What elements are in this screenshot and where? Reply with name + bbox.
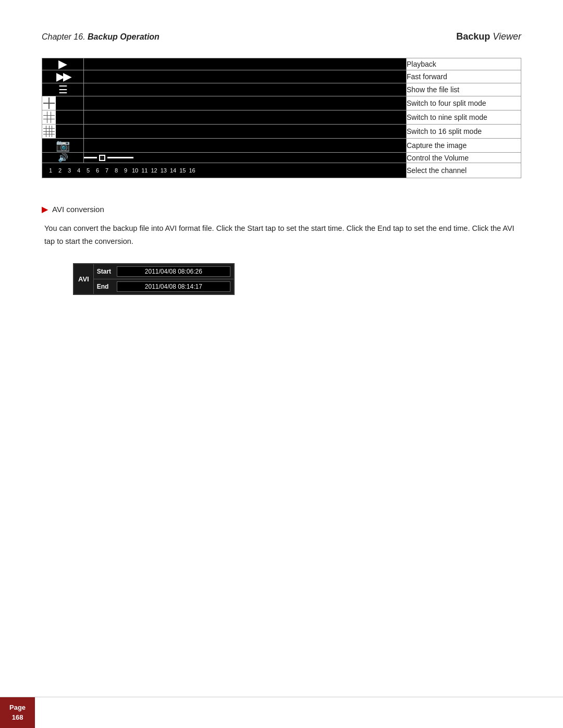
bullet-arrow-icon: ▶	[42, 204, 48, 214]
table-row: Switch to nine split mode	[42, 110, 521, 125]
channel-2: 2	[57, 167, 63, 174]
page-footer: Page 168	[0, 697, 563, 728]
channel-16: 16	[189, 167, 195, 174]
channel-9: 9	[123, 167, 129, 174]
section-title: Backup Viewer	[456, 31, 521, 42]
avi-time-box: AVI Start 2011/04/08 08:06:26 End 2011/0…	[73, 263, 235, 295]
avi-bullet-label: AVI conversion	[52, 205, 104, 214]
play-icon: ▶	[58, 57, 67, 70]
table-row: Switch to 16 split mode	[42, 125, 521, 139]
fastforward-icon: ▶▶	[56, 71, 70, 82]
label-playback: Playback	[407, 58, 521, 70]
table-row: Switch to four split mode	[42, 96, 521, 110]
start-label: Start	[97, 268, 117, 275]
channel-15: 15	[179, 167, 186, 174]
channel-8: 8	[113, 167, 119, 174]
avi-description: You can convert the backup file into AVI…	[42, 222, 521, 248]
avi-section: ▶ AVI conversion You can convert the bac…	[42, 204, 521, 295]
channel-10: 10	[132, 167, 138, 174]
avi-times: Start 2011/04/08 08:06:26 End 2011/04/08…	[94, 264, 234, 294]
channel-12: 12	[151, 167, 157, 174]
volume-control	[84, 155, 406, 161]
end-value: 2011/04/08 08:14:17	[117, 281, 230, 292]
channel-13: 13	[161, 167, 167, 174]
label-foursplit: Switch to four split mode	[407, 96, 521, 110]
avi-end-row: End 2011/04/08 08:14:17	[94, 279, 234, 294]
channel-11: 11	[141, 167, 148, 174]
label-filelist: Show the file list	[407, 83, 521, 96]
label-ninesplit: Switch to nine split mode	[407, 110, 521, 125]
page-number: 168	[12, 713, 23, 722]
camera-icon: 📷	[56, 139, 70, 152]
end-label: End	[97, 283, 117, 290]
table-row: 🔊 Control the Volume	[42, 153, 521, 163]
page-header: Chapter 16. Backup Operation Backup View…	[42, 31, 521, 42]
volume-icon: 🔊	[58, 153, 68, 162]
label-channel: Select the channel	[407, 163, 521, 178]
volume-slider	[84, 155, 133, 161]
channel-5: 5	[85, 167, 91, 174]
channel-7: 7	[104, 167, 110, 174]
grid16-icon	[42, 125, 56, 138]
channel-selector: 1 2 3 4 5 6 7 8 9 10 11 12 13 14	[42, 163, 406, 178]
channel-3: 3	[66, 167, 72, 174]
avi-bullet: ▶ AVI conversion	[42, 204, 521, 214]
avi-label: AVI	[74, 264, 94, 294]
label-volume: Control the Volume	[407, 153, 521, 163]
channel-1: 1	[47, 167, 54, 174]
label-fastforward: Fast forward	[407, 70, 521, 83]
list-icon: ☰	[58, 84, 68, 95]
avi-start-row: Start 2011/04/08 08:06:26	[94, 264, 234, 279]
table-row: ▶▶ Fast forward	[42, 70, 521, 83]
controls-table: ▶ Playback ▶▶ Fast forward	[42, 58, 521, 178]
table-row: 1 2 3 4 5 6 7 8 9 10 11 12 13 14	[42, 163, 521, 178]
channel-4: 4	[76, 167, 82, 174]
grid9-icon	[42, 110, 56, 124]
grid4-icon	[42, 96, 56, 110]
table-row: ▶ Playback	[42, 58, 521, 70]
channel-14: 14	[170, 167, 176, 174]
chapter-title: Chapter 16. Backup Operation	[42, 32, 160, 42]
table-row: ☰ Show the file list	[42, 83, 521, 96]
channel-6: 6	[94, 167, 101, 174]
page-badge: Page 168	[0, 697, 35, 728]
start-value: 2011/04/08 08:06:26	[117, 266, 230, 277]
page-label: Page	[9, 703, 26, 712]
table-row: 📷 Capture the image	[42, 139, 521, 153]
label-sixteensplit: Switch to 16 split mode	[407, 125, 521, 139]
label-capture: Capture the image	[407, 139, 521, 153]
